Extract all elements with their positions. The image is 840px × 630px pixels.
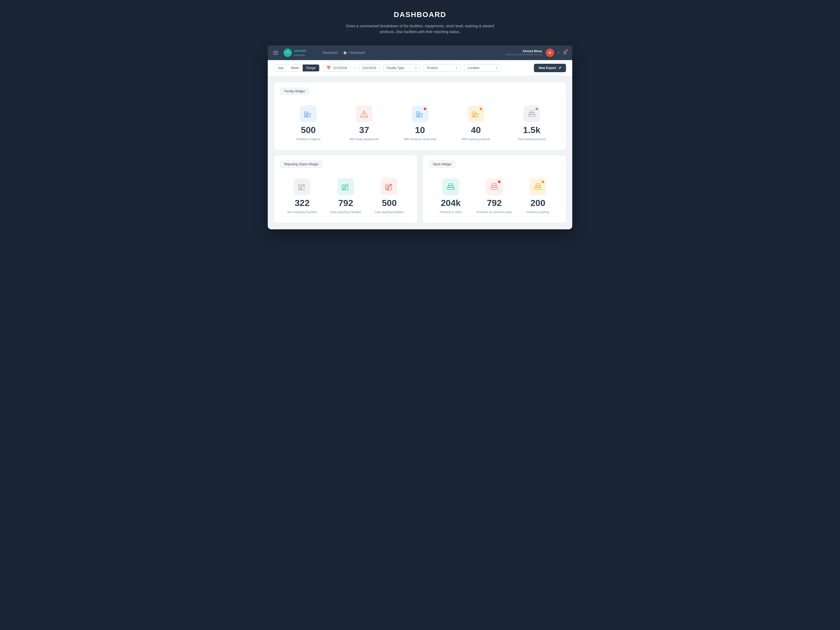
avatar: A	[546, 49, 554, 57]
stat-facilities-nigeria: 500 Facilities in Nigeria	[280, 101, 336, 145]
svg-rect-7	[306, 116, 306, 117]
warning-icon	[359, 109, 369, 119]
new-export-button[interactable]: New Export ↗	[534, 64, 566, 72]
stat-label-products-stock: Products in stock	[440, 210, 462, 214]
svg-point-0	[285, 50, 291, 55]
reporting-stats-grid: 322 Non-reporting Facilities	[280, 174, 411, 218]
stat-expiring: 40 With expiring products	[448, 101, 504, 145]
stat-number-wasted: 1.5k	[523, 125, 540, 134]
stat-number-early-reporting: 792	[338, 198, 353, 207]
stat-products-in-stock: 204k Products in stock	[429, 174, 472, 218]
svg-marker-56	[389, 183, 392, 186]
stat-icon-early-reporting	[337, 178, 354, 195]
stat-label-facilities: Facilities in Nigeria	[296, 137, 320, 141]
svg-rect-36	[300, 186, 301, 187]
facility-widget-card: Facility Widget	[274, 82, 566, 150]
facility-type-dropdown[interactable]: Facility Type ▾	[383, 64, 420, 72]
dot-wasted	[535, 107, 538, 110]
stat-label-early-reporting: Early reporting Facilities	[330, 210, 361, 214]
product-chevron: ▾	[456, 66, 457, 69]
svg-rect-6	[306, 114, 307, 115]
user-email: ahmedmusa@ehealthafrica.org	[505, 53, 542, 56]
svg-rect-27	[473, 116, 474, 117]
stat-faulty-equipment: 37 With faulty equipments	[336, 101, 392, 145]
brand-logo	[284, 49, 292, 57]
building-red-icon	[385, 182, 394, 192]
svg-rect-19	[420, 114, 421, 115]
svg-rect-42	[345, 186, 348, 190]
stat-label-expiring: With expiring products	[461, 137, 490, 141]
svg-marker-48	[346, 183, 349, 186]
svg-rect-52	[387, 186, 388, 187]
page-title: DASHBOARD	[339, 11, 501, 19]
stat-label-min-stock: With minimum stock level	[404, 137, 436, 141]
svg-rect-24	[474, 113, 475, 113]
building-icon-2	[415, 109, 425, 119]
nav-right: Ahmed Musa ahmedmusa@ehealthafrica.org A…	[505, 49, 567, 57]
stat-icon-wasted	[523, 106, 540, 122]
svg-rect-44	[344, 186, 345, 187]
reporting-status-label: Reporting Status Widget	[280, 161, 322, 168]
svg-rect-2	[308, 113, 310, 117]
stat-number-facilities: 500	[301, 125, 316, 134]
reporting-status-widget-card: Reporting Status Widget	[274, 155, 417, 223]
day-button[interactable]: Day	[274, 65, 287, 71]
range-button[interactable]: Range	[303, 65, 319, 71]
svg-rect-45	[343, 187, 344, 188]
svg-rect-47	[343, 189, 344, 190]
stat-icon-products-in-stock	[442, 178, 459, 195]
top-nav: eHealthAFRICA Dashboard 🏠 / Dashboard Ah…	[268, 46, 572, 60]
location-label: Location	[467, 66, 479, 70]
dot-products-expiring	[542, 181, 544, 183]
building-icon-3	[471, 109, 481, 119]
stat-number-min-stock: 10	[415, 125, 425, 134]
facility-type-chevron: ▾	[415, 66, 417, 69]
user-dropdown-chevron[interactable]: ▾	[558, 51, 559, 54]
stat-icon-products-min	[486, 178, 503, 195]
page-subtitle: Gives a summarised breakdown of the faci…	[339, 23, 501, 35]
stock-widget-card: Stock Widget 204k Products in stock	[423, 155, 566, 223]
main-content: Facility Widget	[268, 76, 572, 229]
nav-divider	[314, 49, 314, 57]
stat-non-reporting: 322 Non-reporting Facilities	[280, 174, 324, 218]
svg-rect-28	[476, 114, 477, 115]
svg-rect-35	[299, 186, 300, 187]
toolbar: Day Week Range 📅 12/1/2019 → 12/1/2019 F…	[268, 60, 572, 76]
stat-number-products-stock: 204k	[441, 198, 461, 207]
svg-rect-8	[308, 114, 309, 115]
svg-rect-34	[302, 186, 304, 190]
svg-point-11	[364, 116, 364, 116]
svg-rect-25	[473, 114, 474, 115]
user-info: Ahmed Musa ahmedmusa@ehealthafrica.org	[505, 49, 542, 56]
stat-min-stock: 10 With minimum stock level	[392, 101, 448, 145]
settings-icon[interactable]: ⚙	[563, 50, 567, 56]
nav-left: eHealthAFRICA Dashboard 🏠 / Dashboard	[273, 49, 365, 57]
week-button[interactable]: Week	[287, 65, 302, 71]
location-dropdown[interactable]: Location ▾	[464, 64, 501, 72]
stat-label-products-expiring: Products Expiring	[527, 210, 549, 214]
facility-widget-label: Facility Widget	[280, 88, 309, 95]
nav-dashboard-link[interactable]: Dashboard	[322, 51, 338, 55]
svg-rect-39	[300, 189, 300, 190]
stat-number-products-expiring: 200	[531, 198, 545, 207]
facility-stats-grid: 500 Facilities in Nigeria 37 With faulty…	[280, 101, 560, 145]
menu-button[interactable]	[273, 51, 278, 55]
stat-number-faulty: 37	[359, 125, 369, 134]
svg-rect-37	[299, 187, 300, 188]
stat-late-reporting: 500 Late reporting facilities	[368, 174, 411, 218]
stat-icon-expiring	[467, 106, 484, 122]
stat-early-reporting: 792 Early reporting Facilities	[324, 174, 368, 218]
stat-number-products-min: 792	[487, 198, 502, 207]
date-to-input[interactable]: 12/1/2019	[359, 64, 380, 72]
svg-rect-16	[417, 114, 418, 115]
new-export-label: New Export	[538, 66, 556, 70]
brand-logo-area: eHealthAFRICA	[284, 49, 306, 57]
svg-rect-3	[305, 113, 306, 113]
svg-rect-23	[473, 113, 474, 113]
product-dropdown[interactable]: Product ▾	[424, 64, 460, 72]
stat-label-wasted: Total wasted products	[518, 137, 545, 141]
date-from-input[interactable]: 📅 12/1/2019	[323, 64, 350, 72]
stat-icon-faulty	[356, 106, 373, 122]
stat-icon-products-expiring	[529, 178, 546, 195]
svg-rect-5	[305, 114, 306, 115]
